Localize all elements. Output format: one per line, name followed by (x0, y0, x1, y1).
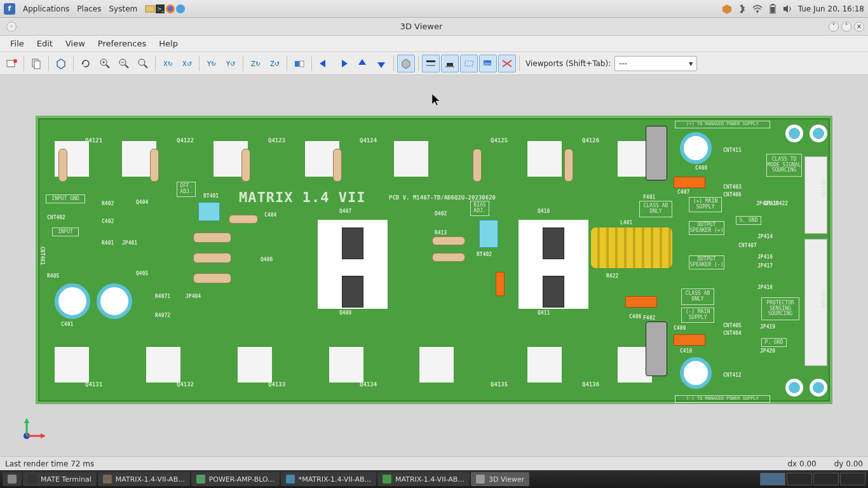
clock[interactable]: Tue Jun 20, 16:18 (798, 4, 864, 13)
window-menu-icon[interactable]: ◦ (6, 22, 17, 32)
silk-bot-supply: (-) TO MANAGED POWER SUPPLY (675, 395, 770, 403)
terminal-icon (28, 475, 37, 484)
rotate-x-cw-icon[interactable]: X↻ (159, 55, 177, 72)
silk-prot: PROTECTOR SENSING SOURCING (761, 297, 799, 320)
menu-help[interactable]: Help (153, 39, 184, 48)
svg-rect-34 (300, 61, 304, 67)
toggle-virtual-icon[interactable] (460, 55, 478, 72)
reload-board-icon[interactable] (3, 55, 20, 72)
refresh-icon[interactable] (77, 55, 95, 72)
places-menu[interactable]: Places (73, 4, 105, 13)
svg-marker-37 (358, 59, 366, 65)
task-kicad-4[interactable]: MATRIX-1.4-VII-AB... (377, 472, 470, 486)
axis-gizmo-icon (18, 417, 46, 445)
kicad-icon (103, 475, 112, 484)
toggle-dnp-icon[interactable] (498, 55, 516, 72)
svg-text:X↺: X↺ (182, 60, 192, 67)
svg-line-26 (144, 65, 147, 68)
render-settings-icon[interactable] (52, 55, 70, 72)
bluetooth-icon[interactable] (737, 4, 747, 14)
silk-l401: L401 (620, 220, 632, 226)
ortho-projection-icon[interactable] (397, 55, 415, 72)
wifi-icon[interactable] (752, 4, 763, 14)
applications-menu[interactable]: Applications (19, 4, 73, 13)
toggle-smd-icon[interactable] (441, 55, 459, 72)
menu-file[interactable]: File (4, 39, 31, 48)
zoom-in-icon[interactable] (96, 55, 114, 72)
silk-c402: C402 (102, 219, 114, 224)
rotate-x-ccw-icon[interactable]: X↺ (178, 55, 196, 72)
app-launcher-icon[interactable] (175, 4, 186, 14)
silk-q406: Q406 (261, 257, 273, 262)
toggle-not-in-pos-icon[interactable]: pos (479, 55, 497, 72)
menu-view[interactable]: View (59, 39, 92, 48)
rotate-y-cw-icon[interactable]: Y↻ (203, 55, 220, 72)
svg-marker-6 (722, 4, 731, 14)
silk-c406: C406 (629, 314, 641, 320)
task-terminal[interactable]: MATE Terminal (23, 472, 97, 486)
task-kicad-2[interactable]: POWER-AMP-BLO... (191, 472, 280, 486)
viewports-select[interactable]: ---▾ (614, 56, 697, 71)
svg-marker-16 (57, 59, 65, 69)
task-kicad-3[interactable]: *MATRIX-1.4-VII-AB... (281, 472, 376, 486)
menu-preferences[interactable]: Preferences (92, 39, 153, 48)
pcb-board: MATRIX 1.4 VII PCB V. M1407-TD/AB6Q2U-20… (36, 116, 832, 404)
close-button[interactable]: × (854, 22, 864, 32)
workspace-switcher[interactable] (760, 473, 865, 485)
pcb-subtitle-silk: PCB V. M1407-TD/AB6Q2U-20230620 (389, 194, 496, 201)
silk-main2: (-) MAIN SUPPLY (681, 308, 714, 323)
rotate-y-ccw-icon[interactable]: Y↺ (222, 55, 240, 72)
svg-point-13 (13, 59, 17, 63)
pcb-icon (383, 475, 391, 484)
3d-canvas[interactable]: MATRIX 1.4 VII PCB V. M1407-TD/AB6Q2U-20… (0, 75, 868, 456)
rotate-z-ccw-icon[interactable]: Z↺ (266, 55, 283, 72)
silk-q4135: Q4135 (491, 381, 508, 388)
zoom-out-icon[interactable] (115, 55, 133, 72)
workspace-4[interactable] (840, 473, 865, 485)
toolbar: X↻ X↺ Y↻ Y↺ Z↻ Z↺ pos Viewports (Shift+T… (0, 52, 868, 75)
svg-marker-49 (432, 94, 440, 105)
pan-left-icon[interactable] (315, 55, 333, 72)
svg-rect-0 (146, 6, 154, 12)
system-menu[interactable]: System (105, 4, 141, 13)
workspace-1[interactable] (760, 473, 785, 485)
svg-text:>_: >_ (157, 6, 165, 12)
pan-right-icon[interactable] (334, 55, 352, 72)
silk-jp419: JP419 (760, 324, 775, 330)
viewports-label: Viewports (Shift+Tab): (523, 59, 613, 68)
status-dx: dx 0.00 (787, 459, 816, 468)
box-icon[interactable] (722, 4, 732, 14)
battery-icon[interactable] (768, 4, 778, 14)
minimize-button[interactable]: ˅ (829, 22, 839, 32)
toggle-tht-icon[interactable] (422, 55, 440, 72)
silk-jp418: JP418 (757, 285, 773, 290)
terminal-launcher-icon[interactable]: >_ (155, 4, 165, 14)
svg-point-7 (756, 11, 757, 12)
volume-icon[interactable] (783, 4, 793, 14)
workspace-3[interactable] (813, 473, 839, 485)
zoom-fit-icon[interactable] (134, 55, 152, 72)
file-manager-launcher-icon[interactable] (145, 4, 155, 14)
svg-marker-54 (41, 433, 46, 438)
svg-text:Z↺: Z↺ (270, 60, 280, 67)
distro-logo-icon[interactable]: f (4, 3, 15, 15)
workspace-2[interactable] (787, 473, 812, 485)
flip-board-icon[interactable] (290, 55, 308, 72)
pan-up-icon[interactable] (353, 55, 371, 72)
maximize-button[interactable]: ˄ (841, 22, 851, 32)
silk-jp420: JP420 (760, 348, 775, 354)
copy-image-icon[interactable] (27, 55, 45, 72)
taskbar-show-desktop[interactable] (3, 472, 22, 486)
task-3dviewer[interactable]: 3D Viewer (471, 472, 529, 486)
silk-classab2: CLASS AB ONLY (681, 288, 714, 305)
silk-c408: C408 (695, 165, 707, 171)
task-kicad-1[interactable]: MATRIX-1.4-VII-AB... (98, 472, 190, 486)
svg-line-19 (106, 65, 109, 68)
firefox-launcher-icon[interactable] (165, 4, 175, 14)
silk-cnt412: CNT412 (723, 372, 742, 378)
pan-down-icon[interactable] (372, 55, 390, 72)
silk-jp416: JP416 (757, 254, 773, 260)
svg-rect-9 (771, 4, 774, 5)
rotate-z-cw-icon[interactable]: Z↻ (247, 55, 264, 72)
menu-edit[interactable]: Edit (31, 39, 59, 48)
